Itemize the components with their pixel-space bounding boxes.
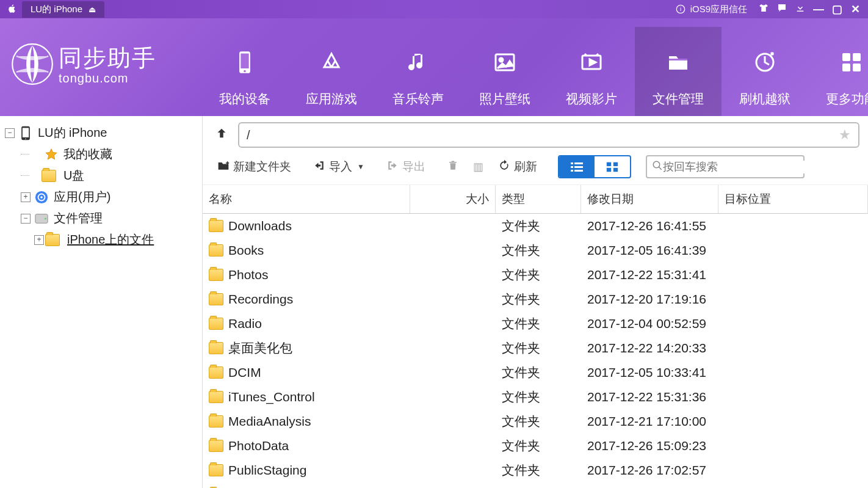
- favorite-star-icon[interactable]: ★: [839, 127, 851, 143]
- file-type: 文件夹: [496, 240, 581, 261]
- col-type[interactable]: 类型: [496, 185, 581, 213]
- path-input[interactable]: / ★: [238, 122, 859, 148]
- sidebar-item-files[interactable]: − 文件管理: [4, 208, 198, 229]
- delete-button[interactable]: [441, 157, 465, 177]
- table-row[interactable]: PhotoData文件夹2017-12-26 15:09:23: [203, 434, 868, 458]
- file-target: [718, 371, 868, 374]
- svg-rect-27: [571, 170, 573, 172]
- device-tab[interactable]: LU的 iPhone ⏏: [22, 1, 104, 18]
- grid-view-button[interactable]: [595, 156, 630, 177]
- file-name: Books: [228, 243, 264, 258]
- maximize-button[interactable]: ▢: [828, 2, 846, 16]
- table-row[interactable]: Recordings文件夹2017-12-20 17:19:16: [203, 287, 868, 311]
- export-button[interactable]: 导出: [380, 156, 432, 177]
- file-date: 2017-12-20 17:19:16: [581, 290, 718, 308]
- file-target: [718, 322, 868, 326]
- folder-icon: [209, 220, 223, 232]
- file-name: Photos: [228, 268, 268, 282]
- nav-item-5[interactable]: 文件管理: [635, 27, 722, 116]
- brand[interactable]: 同步助手 tongbu.com: [11, 43, 156, 86]
- close-button[interactable]: ✕: [846, 2, 864, 16]
- nav-label: 文件管理: [635, 90, 722, 107]
- download-icon[interactable]: [791, 2, 809, 16]
- nav-item-1[interactable]: 应用游戏: [288, 27, 375, 116]
- svg-point-17: [25, 138, 26, 139]
- star-icon: [44, 147, 59, 162]
- feedback-icon[interactable]: [773, 2, 791, 16]
- file-date: 2017-12-21 17:10:00: [581, 412, 718, 431]
- nav-item-3[interactable]: 照片壁纸: [461, 27, 548, 116]
- expand-icon[interactable]: +: [21, 192, 31, 202]
- table-row[interactable]: Photos文件夹2017-12-22 15:31:41: [203, 263, 868, 287]
- file-target: [718, 249, 868, 252]
- col-size[interactable]: 大小: [410, 185, 496, 213]
- sidebar-item-apps[interactable]: + 应用(用户): [4, 186, 198, 208]
- chevron-down-icon[interactable]: ▼: [357, 162, 364, 171]
- col-target[interactable]: 目标位置: [718, 185, 868, 213]
- table-row[interactable]: DCIM文件夹2017-12-05 10:33:41: [203, 360, 868, 385]
- table-row[interactable]: 桌面美化包文件夹2017-12-22 14:20:33: [203, 336, 868, 360]
- tree-root[interactable]: − LU的 iPhone: [4, 122, 198, 144]
- new-folder-button[interactable]: 新建文件夹: [211, 156, 297, 177]
- nav-label: 音乐铃声: [375, 90, 461, 107]
- svg-rect-16: [23, 128, 29, 137]
- nav-icon: [201, 45, 288, 79]
- up-button[interactable]: [211, 124, 232, 146]
- nav-item-4[interactable]: 视频影片: [548, 27, 635, 116]
- search-box[interactable]: [646, 155, 805, 178]
- nav-item-6[interactable]: 刷机越狱: [722, 27, 808, 116]
- table-row[interactable]: Purchases文件夹2017-12-11 15:28:14: [203, 483, 868, 488]
- collapse-icon[interactable]: −: [5, 128, 15, 138]
- export-icon: [386, 160, 399, 174]
- sidebar-item-iphone-files[interactable]: + iPhone上的文件: [4, 229, 198, 250]
- file-size: [410, 468, 496, 472]
- tree-root-label: LU的 iPhone: [38, 125, 107, 141]
- col-name[interactable]: 名称: [203, 185, 410, 213]
- ios9-trust-link[interactable]: i iOS9应用信任: [676, 4, 747, 15]
- table-row[interactable]: Radio文件夹2017-12-04 00:52:59: [203, 311, 868, 336]
- nav-item-0[interactable]: 我的设备: [201, 27, 288, 116]
- file-size: [410, 395, 496, 399]
- refresh-label: 刷新: [514, 159, 537, 175]
- file-name: Downloads: [228, 219, 292, 233]
- col-date[interactable]: 修改日期: [581, 185, 718, 213]
- table-header: 名称 大小 类型 修改日期 目标位置: [203, 185, 868, 214]
- import-button[interactable]: 导入 ▼: [307, 156, 371, 177]
- file-name: PhotoData: [228, 439, 289, 453]
- file-date: 2017-12-26 15:09:23: [581, 437, 718, 455]
- folder-icon: [209, 415, 223, 428]
- refresh-button[interactable]: 刷新: [492, 156, 543, 177]
- folder-icon: [209, 269, 223, 281]
- collapse-icon[interactable]: −: [21, 214, 31, 224]
- sidebar-item-udisk[interactable]: U盘: [4, 165, 198, 186]
- folder-icon: [48, 233, 62, 247]
- table-row[interactable]: iTunes_Control文件夹2017-12-22 15:31:36: [203, 385, 868, 409]
- nav-item-2[interactable]: 音乐铃声: [375, 27, 461, 116]
- table-row[interactable]: Books文件夹2017-12-05 16:41:39: [203, 238, 868, 263]
- table-row[interactable]: PublicStaging文件夹2017-12-26 17:02:57: [203, 458, 868, 483]
- svg-point-20: [40, 196, 43, 198]
- tshirt-icon[interactable]: [754, 2, 773, 16]
- list-view-button[interactable]: [559, 156, 595, 177]
- file-size: [410, 224, 496, 228]
- svg-text:i: i: [680, 6, 681, 12]
- shred-icon: ▥: [473, 160, 483, 173]
- file-type: 文件夹: [496, 216, 581, 236]
- folder-icon: [209, 244, 223, 257]
- expand-icon[interactable]: +: [34, 235, 44, 245]
- folder-icon: [209, 342, 223, 354]
- search-input[interactable]: [663, 161, 805, 173]
- file-table: 名称 大小 类型 修改日期 目标位置 Downloads文件夹2017-12-2…: [203, 185, 868, 488]
- sidebar-item-favorites[interactable]: 我的收藏: [4, 144, 198, 165]
- eject-icon[interactable]: ⏏: [89, 5, 96, 14]
- table-row[interactable]: Downloads文件夹2017-12-26 16:41:55: [203, 214, 868, 238]
- svg-rect-26: [574, 166, 583, 168]
- shred-button[interactable]: ▥: [467, 158, 490, 176]
- file-name: 桌面美化包: [228, 340, 292, 357]
- folder-icon: [209, 366, 223, 379]
- file-date: 2017-12-11 15:28:14: [581, 486, 718, 488]
- minimize-button[interactable]: —: [809, 3, 828, 16]
- file-target: [718, 444, 868, 448]
- nav-item-7[interactable]: 更多功能NE: [808, 27, 868, 116]
- table-row[interactable]: MediaAnalysis文件夹2017-12-21 17:10:00: [203, 409, 868, 434]
